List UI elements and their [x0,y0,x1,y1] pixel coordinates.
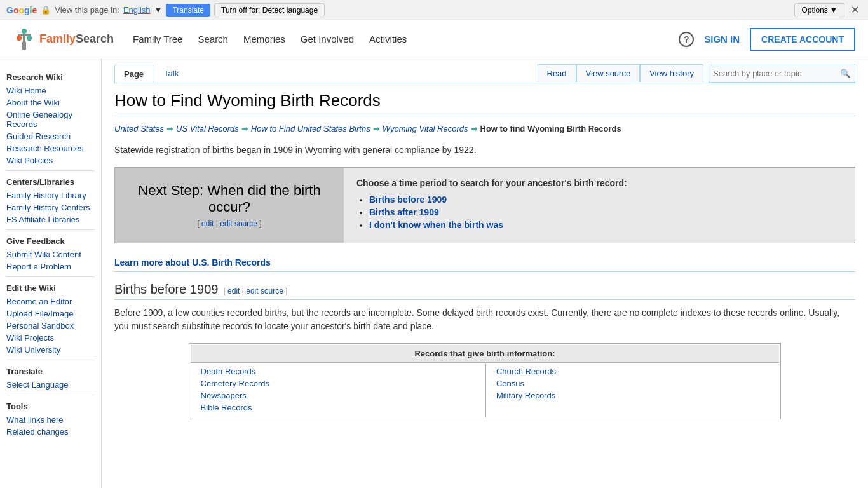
sidebar-divider-1 [6,170,95,171]
sidebar-section-edit-wiki: Edit the Wiki [6,283,95,293]
record-bible-records[interactable]: Bible Records [201,403,474,412]
intro-text: Statewide registration of births began i… [114,144,855,157]
svg-point-9 [27,36,32,41]
option-births-before-1909[interactable]: Births before 1909 [369,194,447,205]
decision-option-dont-know: I don't know when the birth was [369,220,842,230]
page-layout: Research Wiki Wiki Home About the Wiki O… [0,58,868,488]
search-input[interactable] [713,69,840,78]
sidebar-divider-5 [6,395,95,395]
record-death-records[interactable]: Death Records [201,367,474,376]
nav-memories[interactable]: Memories [243,34,285,44]
sidebar-item-family-history-library[interactable]: Family History Library [6,191,95,200]
translate-button[interactable]: Translate [166,4,210,17]
sidebar-item-what-links-here[interactable]: What links here [6,415,95,424]
decision-option-after-1909: Births after 1909 [369,207,842,217]
breadcrumb-arrow-3: ➡ [373,124,380,133]
option-births-after-1909[interactable]: Births after 1909 [369,207,439,217]
page-tabs: Page Talk Read View source View history … [114,58,855,83]
sidebar-item-wiki-university[interactable]: Wiki University [6,345,95,355]
choose-title: Choose a time period to search for your … [356,178,842,188]
svg-rect-6 [22,42,26,50]
sidebar-item-related-changes[interactable]: Related changes [6,427,95,437]
sidebar-item-wiki-policies[interactable]: Wiki Policies [6,156,95,165]
tab-action-read[interactable]: Read [538,64,576,82]
breadcrumb-wyoming-vital[interactable]: Wyoming Vital Records [383,124,468,133]
logo-text: FamilySearch [39,32,114,46]
tab-action-view-history[interactable]: View history [640,64,703,82]
nav-activities[interactable]: Activities [369,34,407,44]
sidebar-section-feedback: Give Feedback [6,236,95,246]
records-col2-1: Church Records Census Military Records [485,364,779,417]
language-link[interactable]: English [123,5,151,15]
record-military-records[interactable]: Military Records [496,391,769,400]
nav-search[interactable]: Search [198,34,228,44]
sidebar-section-centers: Centers/Libraries [6,177,95,187]
logo-area[interactable]: FamilySearch [13,28,114,51]
section-births-before-1909: Births before 1909 [ edit | edit source … [114,282,855,300]
decision-edit-link[interactable]: edit [201,219,214,228]
search-area: 🔍 [709,64,855,83]
close-button[interactable]: ✕ [848,4,862,16]
tab-talk[interactable]: Talk [154,64,188,82]
help-icon[interactable]: ? [679,32,694,47]
option-dont-know[interactable]: I don't know when the birth was [369,220,503,230]
options-button[interactable]: Options ▼ [794,3,844,17]
records-table: Records that give birth information: Dea… [189,343,782,419]
search-button[interactable]: 🔍 [840,69,851,78]
sidebar-item-guided-research[interactable]: Guided Research [6,132,95,141]
sidebar-item-personal-sandbox[interactable]: Personal Sandbox [6,321,95,330]
record-cemetery-records[interactable]: Cemetery Records [201,379,474,388]
svg-point-8 [17,36,22,41]
sidebar-item-online-genealogy[interactable]: Online Genealogy Records [6,110,95,129]
record-church-records[interactable]: Church Records [496,367,769,376]
sidebar-item-family-history-centers[interactable]: Family History Centers [6,203,95,212]
translate-bar: Google 🔒 View this page in: English▼ Tra… [0,0,868,20]
decision-option-before-1909: Births before 1909 [369,194,842,205]
tab-actions: Read View source View history [538,64,704,82]
breadcrumb-arrow-4: ➡ [471,124,478,133]
breadcrumb-us-births[interactable]: How to Find United States Births [251,124,370,133]
create-account-button[interactable]: CREATE ACCOUNT [750,28,855,51]
sidebar-item-fs-affiliate[interactable]: FS Affiliate Libraries [6,215,95,224]
nav-right: ? SIGN IN CREATE ACCOUNT [679,28,855,51]
learn-more-link[interactable]: Learn more about U.S. Birth Records [114,254,855,272]
sidebar-item-wiki-projects[interactable]: Wiki Projects [6,333,95,342]
record-newspapers[interactable]: Newspapers [201,391,474,400]
decision-question: Next Step: When did the birth occur? [130,182,329,215]
decision-right: Choose a time period to search for your … [344,168,855,243]
sidebar-item-wiki-home[interactable]: Wiki Home [6,86,95,95]
sidebar-item-report-problem[interactable]: Report a Problem [6,262,95,271]
decision-options-list: Births before 1909 Births after 1909 I d… [356,194,842,230]
article-title: How to Find Wyoming Birth Records [114,91,855,116]
section1-title: Births before 1909 [114,282,218,297]
records-col1-1: Death Records Cemetery Records Newspaper… [191,364,484,417]
records-table-title: Records that give birth information: [191,345,780,363]
decision-box: Next Step: When did the birth occur? [ e… [114,167,855,243]
nav-get-involved[interactable]: Get Involved [301,34,354,44]
sidebar-section-tools: Tools [6,402,95,411]
sidebar-item-submit-wiki[interactable]: Submit Wiki Content [6,250,95,259]
sidebar-item-research-resources[interactable]: Research Resources [6,144,95,153]
sign-in-button[interactable]: SIGN IN [704,34,740,44]
top-nav: FamilySearch Family Tree Search Memories… [0,20,868,58]
breadcrumb-us-vital[interactable]: US Vital Records [176,124,239,133]
sidebar-item-select-language[interactable]: Select Language [6,380,95,390]
decision-left: Next Step: When did the birth occur? [ e… [115,168,344,243]
breadcrumb-current: How to find Wyoming Birth Records [480,124,621,133]
sidebar-item-become-editor[interactable]: Become an Editor [6,297,95,306]
record-census[interactable]: Census [496,379,769,388]
section1-body: Before 1909, a few counties recorded bir… [114,306,855,333]
tab-page[interactable]: Page [114,65,153,83]
sidebar-item-about-wiki[interactable]: About the Wiki [6,98,95,107]
breadcrumb-united-states[interactable]: United States [114,124,164,133]
nav-family-tree[interactable]: Family Tree [133,34,182,44]
tab-action-view-source[interactable]: View source [576,64,641,82]
turnoff-button[interactable]: Turn off for: Detect language [214,3,325,17]
decision-edit-source-link[interactable]: edit source [220,219,257,228]
decision-edit-links: [ edit | edit source ] [197,219,261,228]
section1-edit-source-link[interactable]: edit source [246,287,283,295]
google-logo: Google [6,5,37,15]
sidebar-divider-3 [6,276,95,277]
section1-edit-link[interactable]: edit [227,287,240,295]
sidebar-item-upload-file[interactable]: Upload File/Image [6,309,95,318]
